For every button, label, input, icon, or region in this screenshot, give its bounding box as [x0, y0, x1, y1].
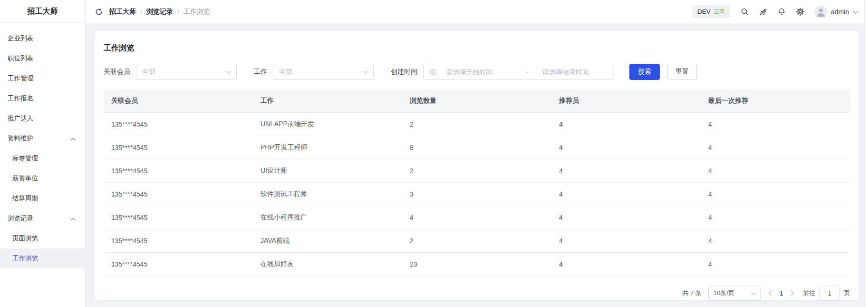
refresh-icon[interactable]	[95, 8, 103, 16]
table-cell: 2	[402, 229, 551, 252]
table-row: 135****4545 JAVA前端 2 4 4	[104, 229, 850, 253]
table-cell: 2	[402, 113, 551, 136]
sidebar-item-company-list[interactable]: 企业列表	[0, 29, 85, 49]
sidebar: 招工大师 企业列表 职位列表 工作管理 工作报名 推广达人 资料维护 标签管理 …	[0, 0, 86, 307]
breadcrumb: 招工大师 / 浏览记录 / 工作浏览	[109, 8, 210, 16]
table-row: 135****4545 软件测试工程师 3 4 4	[104, 183, 850, 206]
pagination-total: 共 7 条	[682, 289, 701, 297]
search-button[interactable]: 搜索	[629, 64, 660, 80]
table-cell: 4	[551, 229, 701, 252]
breadcrumb-current: 工作浏览	[183, 8, 210, 16]
table-cell: 4	[551, 113, 701, 136]
sidebar-group-browse-records[interactable]: 浏览记录	[0, 208, 85, 228]
table-cell: 135****4545	[104, 229, 253, 252]
table-cell: 4	[551, 206, 701, 229]
user-name: admin	[831, 8, 849, 16]
page-content: 工作浏览 关联会员 全部 工作 全部 创建时间	[86, 24, 868, 307]
breadcrumb-separator: /	[177, 8, 179, 16]
table-header-cell: 推荐员	[551, 89, 701, 112]
table-header-cell: 关联会员	[104, 89, 253, 112]
sidebar-item-job-signup[interactable]: 工作报名	[0, 89, 85, 109]
reset-button[interactable]: 重置	[667, 64, 697, 80]
created-time-filter-label: 创建时间	[391, 68, 417, 76]
table-cell: 在线加好友	[253, 253, 402, 276]
end-time-input[interactable]	[542, 68, 608, 76]
table-cell: 135****4545	[104, 136, 253, 159]
sidebar-group-data-maintenance[interactable]: 资料维护	[0, 129, 85, 149]
table-header-cell: 浏览数量	[402, 89, 551, 112]
app-root: 招工大师 企业列表 职位列表 工作管理 工作报名 推广达人 资料维护 标签管理 …	[0, 0, 868, 307]
bell-icon[interactable]	[778, 8, 786, 16]
sidebar-item-job-views[interactable]: 工作浏览	[0, 248, 85, 268]
table-row: 135****4545 在线小程序推广 4 4 4	[104, 206, 850, 229]
sidebar-item-tag-management[interactable]: 标签管理	[0, 149, 85, 168]
sidebar-item-settlement-cycle[interactable]: 结算周期	[0, 188, 85, 208]
table-cell: 4	[701, 206, 850, 229]
table-cell: UNI-APP前端开发	[253, 113, 402, 136]
clock-icon	[429, 69, 436, 76]
table-cell: UI设计师	[253, 159, 402, 182]
table-cell: 3	[402, 183, 551, 206]
table-cell: 8	[402, 136, 551, 159]
search-icon[interactable]	[741, 8, 749, 16]
start-time-input[interactable]	[446, 68, 511, 76]
next-page-button[interactable]	[791, 290, 794, 296]
topbar: 招工大师 / 浏览记录 / 工作浏览 DEV 正常	[86, 0, 868, 24]
rocket-icon[interactable]	[759, 8, 767, 16]
breadcrumb-separator: /	[140, 8, 142, 16]
breadcrumb-section[interactable]: 浏览记录	[146, 8, 173, 16]
date-range-separator: -	[511, 68, 542, 76]
sidebar-item-position-list[interactable]: 职位列表	[0, 49, 85, 69]
table-cell: 在线小程序推广	[253, 206, 402, 229]
member-filter-label: 关联会员	[104, 68, 130, 76]
filter-bar: 关联会员 全部 工作 全部 创建时间	[104, 64, 850, 80]
table-cell: 4	[701, 113, 850, 136]
breadcrumb-root[interactable]: 招工大师	[109, 8, 136, 16]
env-status-badge[interactable]: DEV 正常	[693, 5, 730, 18]
avatar	[815, 6, 827, 18]
gear-icon[interactable]	[796, 8, 804, 16]
sidebar-menu: 企业列表 职位列表 工作管理 工作报名 推广达人 资料维护 标签管理 薪资单位 …	[0, 23, 85, 268]
env-status-label: 正常	[714, 8, 725, 16]
main-area: 招工大师 / 浏览记录 / 工作浏览 DEV 正常	[86, 0, 868, 307]
table-row: 135****4545 PHP开发工程师 8 4 4	[104, 136, 850, 159]
table-cell: 4	[701, 229, 850, 252]
table-cell: 135****4545	[104, 206, 253, 229]
table-cell: 2	[402, 159, 551, 182]
goto-label: 前往	[803, 289, 815, 297]
table-cell: 4	[701, 159, 850, 182]
table-row: 135****4545 在线加好友 23 4 4	[104, 253, 850, 276]
table-cell: 4	[701, 253, 850, 276]
table-cell: 4	[551, 136, 701, 159]
page-number-current[interactable]: 1	[780, 290, 783, 297]
app-logo: 招工大师	[0, 0, 85, 23]
job-views-card: 工作浏览 关联会员 全部 工作 全部 创建时间	[95, 31, 858, 300]
table-row: 135****4545 UI设计师 2 4 4	[104, 159, 850, 183]
table-cell: 135****4545	[104, 253, 253, 276]
chevron-up-icon	[70, 135, 76, 142]
sidebar-item-job-management[interactable]: 工作管理	[0, 69, 85, 89]
prev-page-button[interactable]	[768, 290, 772, 296]
member-filter-select[interactable]: 全部	[136, 64, 237, 80]
sidebar-item-page-views[interactable]: 页面浏览	[0, 228, 85, 248]
user-menu[interactable]: admin	[815, 6, 858, 18]
scrollbar[interactable]	[864, 0, 868, 307]
pagination: 共 7 条 10条/页 1 前往 页	[104, 286, 850, 301]
job-filter-select[interactable]: 全部	[273, 64, 374, 80]
chevron-down-icon	[363, 68, 368, 76]
created-time-range-picker[interactable]: -	[423, 64, 614, 80]
page-size-select[interactable]: 10条/页	[708, 286, 761, 301]
table-cell: 4	[551, 159, 701, 182]
sidebar-item-salary-unit[interactable]: 薪资单位	[0, 168, 85, 188]
table-cell: 软件测试工程师	[253, 183, 402, 206]
table-cell: JAVA前端	[253, 229, 402, 252]
chevron-down-icon	[226, 68, 231, 76]
table-cell: 135****4545	[104, 183, 253, 206]
sidebar-item-promoters[interactable]: 推广达人	[0, 109, 85, 129]
table-header-cell: 最后一次推荐	[701, 89, 850, 112]
job-views-table: 关联会员 工作 浏览数量 推荐员 最后一次推荐 135****4545 UNI-…	[104, 89, 850, 276]
goto-page-input[interactable]	[819, 286, 840, 301]
chevron-down-icon	[853, 8, 858, 16]
chevron-down-icon	[751, 290, 756, 297]
job-filter-label: 工作	[254, 68, 267, 76]
